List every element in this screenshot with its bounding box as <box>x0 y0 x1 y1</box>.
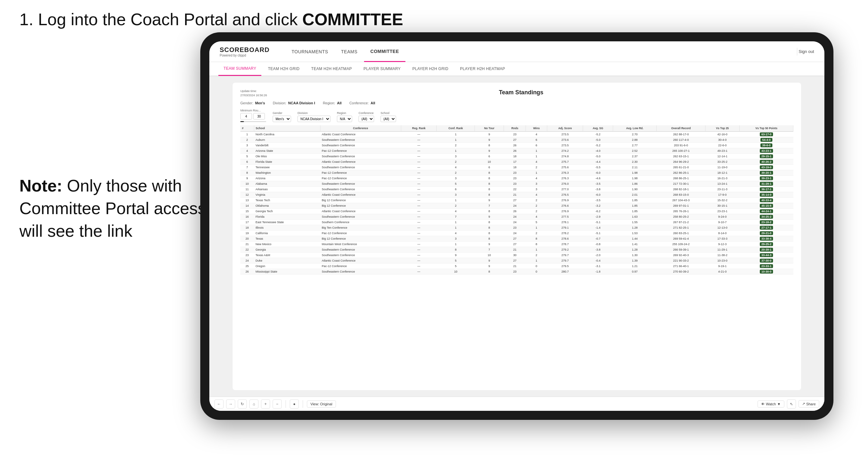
table-cell: 26 <box>504 143 526 148</box>
table-cell: 39-6-0 <box>739 143 793 148</box>
nav-committee[interactable]: COMMITTEE <box>364 41 406 62</box>
table-cell: 6 <box>526 143 547 148</box>
school-select[interactable]: (All) <box>380 116 396 122</box>
region-select[interactable]: N/A <box>337 116 352 122</box>
toolbar-add-btn[interactable]: + <box>261 400 270 409</box>
step-number: 1. <box>20 10 33 29</box>
table-cell: 8 <box>526 236 547 242</box>
subnav-player-h2h-grid[interactable]: PLAYER H2H GRID <box>407 62 454 76</box>
subnav-player-summary[interactable]: PLAYER SUMMARY <box>358 62 406 76</box>
toolbar-clock-btn[interactable]: ● <box>290 400 299 409</box>
table-cell: 274.8 <box>547 154 583 159</box>
table-cell: East Tennessee State <box>254 220 320 225</box>
table-cell: — <box>401 148 437 154</box>
table-cell: 5 <box>526 220 547 225</box>
table-cell: — <box>401 187 437 192</box>
min-rounds-input1[interactable] <box>240 113 252 120</box>
col-no-tour: No Tour <box>474 125 504 131</box>
toolbar-forward-btn[interactable]: → <box>226 400 235 409</box>
table-row: 13Texas TechBig 12 Conference—19272276.9… <box>240 198 794 203</box>
table-cell: — <box>401 165 437 170</box>
table-cell: -3.1 <box>583 263 613 269</box>
table-cell: 262 88-17-0 <box>657 131 705 137</box>
table-cell: 8 <box>474 269 504 275</box>
table-cell: Georgia <box>254 247 320 253</box>
conference-ctrl-label: Conference <box>359 112 374 115</box>
table-cell: 258 80-25-2 <box>657 214 705 220</box>
min-rounds-input2[interactable] <box>253 113 265 120</box>
table-cell: 23 <box>504 176 526 181</box>
table-cell: 2.77 <box>613 143 657 148</box>
table-cell: 276.5 <box>547 192 583 198</box>
subnav-team-summary[interactable]: TEAM SUMMARY <box>218 62 261 76</box>
table-cell: — <box>401 253 437 258</box>
col-adj-score: Adj. Score <box>547 125 583 131</box>
table-cell: 2 <box>437 203 475 209</box>
table-cell: 9 <box>437 253 475 258</box>
table-cell: 10-30-0 <box>739 269 793 275</box>
division-select[interactable]: NCAA Division I <box>298 116 331 122</box>
table-row: 19CaliforniaPac-12 Conference—48242278.2… <box>240 230 794 236</box>
conference-select[interactable]: (All) <box>359 116 374 122</box>
step-text: Log into the Coach Portal and click <box>33 10 302 29</box>
table-cell: 2 <box>526 203 547 209</box>
table-cell: 2 <box>526 230 547 236</box>
sign-out-button[interactable]: Sign out <box>799 49 814 54</box>
table-row: 9ArizonaPac-12 Conference—38234276.3-4.6… <box>240 176 794 181</box>
nav-tournaments[interactable]: TOURNAMENTS <box>285 41 334 62</box>
table-cell: 30-4-0 <box>705 137 739 143</box>
table-cell: 1.63 <box>613 214 657 220</box>
table-cell: Southeastern Conference <box>320 187 401 192</box>
subnav-player-h2h-heatmap[interactable]: PLAYER H2H HEATMAP <box>455 62 510 76</box>
score-badge: 33-38-4 <box>760 237 773 241</box>
toolbar-expand-btn[interactable]: ⇖ <box>787 400 796 409</box>
table-row: 5Ole MissSoutheastern Conference—3618127… <box>240 154 794 159</box>
table-cell: 276.9 <box>547 209 583 214</box>
toolbar-home-btn[interactable]: ⌂ <box>249 400 258 409</box>
table-cell: -3.5 <box>583 181 613 187</box>
nav-teams[interactable]: TEAMS <box>335 41 364 62</box>
table-cell: 24 <box>240 258 254 263</box>
table-cell: -0.7 <box>583 236 613 242</box>
table-cell: 4 <box>526 131 547 137</box>
app-header: SCOREBOARD Powered by clippd TOURNAMENTS… <box>209 41 825 62</box>
table-cell: 39-23-1 <box>739 176 793 181</box>
share-btn[interactable]: ↗ Share <box>799 400 819 408</box>
watch-btn[interactable]: 👁 Watch ▼ <box>757 401 784 408</box>
table-row: 1North CarolinaAtlantic Coast Conference… <box>240 131 794 137</box>
table-cell: 1 <box>437 225 475 230</box>
subnav-team-h2h-grid[interactable]: TEAM H2H GRID <box>262 62 305 76</box>
tablet-frame: SCOREBOARD Powered by clippd TOURNAMENTS… <box>200 32 833 420</box>
gender-select[interactable]: Men's <box>273 116 291 122</box>
toolbar-refresh-btn[interactable]: ↻ <box>238 400 247 409</box>
view-original-btn[interactable]: View: Original <box>307 401 336 408</box>
table-cell: 33-25-2 <box>705 159 739 165</box>
table-cell: 44-24-1 <box>739 209 793 214</box>
toolbar-back-btn[interactable]: ← <box>215 400 223 409</box>
table-cell: -3.8 <box>583 187 613 192</box>
table-cell: 273.5 <box>547 143 583 148</box>
share-icon: ↗ <box>802 402 805 406</box>
table-cell: 17-9-0 <box>705 192 739 198</box>
control-min-rounds: Minimum Rou... <box>240 109 266 122</box>
table-cell: — <box>401 258 437 263</box>
toolbar-minus-btn[interactable]: − <box>273 400 282 409</box>
table-cell: Washington <box>254 170 320 176</box>
table-cell: Vanderbilt <box>254 143 320 148</box>
table-cell: Duke <box>254 258 320 263</box>
table-cell: — <box>401 143 437 148</box>
table-cell: Auburn <box>254 137 320 143</box>
table-cell: 13 <box>240 198 254 203</box>
subnav-team-h2h-heatmap[interactable]: TEAM H2H HEATMAP <box>306 62 357 76</box>
table-cell: 1 <box>437 137 475 143</box>
table-cell: 1 <box>437 220 475 225</box>
table-cell: 10 <box>437 269 475 275</box>
table-cell: 29-21-0 <box>739 230 793 236</box>
table-cell: 24 <box>504 203 526 209</box>
school-ctrl-label: School <box>380 112 396 115</box>
table-cell: 279.7 <box>547 258 583 263</box>
table-row: 26Mississippi StateSoutheastern Conferen… <box>240 269 794 275</box>
table-cell: 23 <box>504 225 526 230</box>
table-cell: 23-18-2 <box>739 220 793 225</box>
col-conference: Conference <box>320 125 401 131</box>
